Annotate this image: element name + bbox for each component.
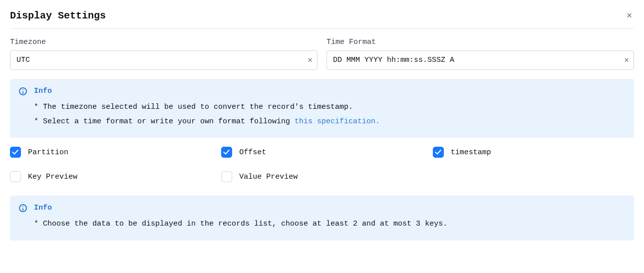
timezone-input[interactable]	[10, 50, 318, 70]
info-icon	[19, 204, 27, 212]
checkbox-label: Partition	[28, 148, 68, 157]
page-title: Display Settings	[10, 10, 106, 21]
info-box-format: Info * The timezone selected will be use…	[10, 79, 634, 138]
checkbox-box	[10, 147, 21, 158]
clear-timeformat-icon[interactable]: ✕	[624, 56, 629, 64]
checkbox-box	[433, 147, 444, 158]
specification-link[interactable]: this specification.	[295, 117, 380, 126]
info-line: * The timezone selected will be used to …	[34, 100, 625, 115]
info-line: * Choose the data to be displayed in the…	[34, 217, 625, 232]
checkbox-box	[221, 171, 232, 182]
checkbox-value-preview[interactable]: Value Preview	[221, 171, 298, 182]
checkbox-timestamp[interactable]: timestamp	[433, 147, 491, 158]
checkbox-offset[interactable]: Offset	[221, 147, 266, 158]
checkbox-box	[221, 147, 232, 158]
info-line: * Select a time format or write your own…	[34, 115, 625, 129]
checkbox-label: timestamp	[451, 148, 491, 157]
info-title: Info	[34, 204, 52, 212]
timeformat-input[interactable]	[326, 50, 634, 70]
checkbox-key-preview[interactable]: Key Preview	[10, 171, 77, 182]
info-title: Info	[34, 87, 52, 95]
info-box-keys: Info * Choose the data to be displayed i…	[10, 196, 634, 241]
close-icon[interactable]: ✕	[625, 10, 634, 21]
checkbox-label: Key Preview	[28, 173, 77, 181]
clear-timezone-icon[interactable]: ✕	[308, 56, 313, 64]
checkbox-partition[interactable]: Partition	[10, 147, 68, 158]
checkbox-box	[10, 171, 21, 182]
timeformat-label: Time Format	[326, 38, 634, 46]
timezone-label: Timezone	[10, 38, 318, 46]
info-text: * Select a time format or write your own…	[34, 117, 295, 126]
checkbox-label: Offset	[239, 148, 266, 157]
info-icon	[19, 87, 27, 95]
checkbox-label: Value Preview	[239, 173, 298, 181]
